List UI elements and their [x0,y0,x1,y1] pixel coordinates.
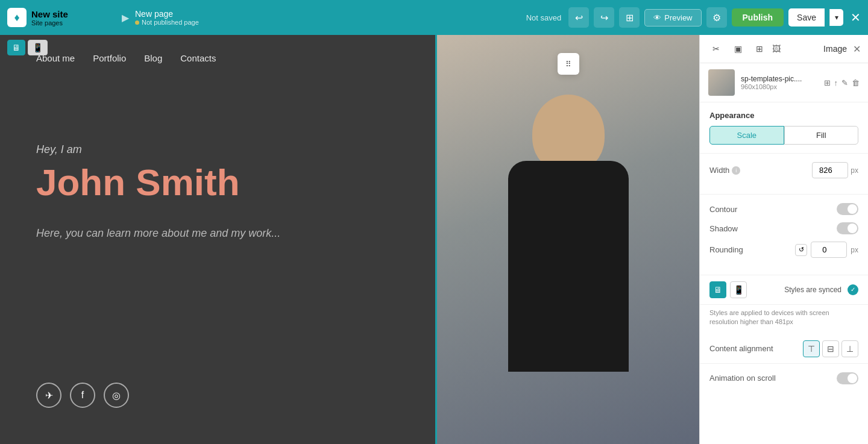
photo-area: ⠿ [437,35,699,444]
nav-portfolio[interactable]: Portfolio [93,53,126,63]
facebook-icon[interactable]: f [70,383,95,408]
panel-title: Image [823,44,847,54]
panel-tool-scissors[interactable]: ✂ [707,40,725,58]
device-sync-row: 🖥 📱 Styles are synced ✓ [700,275,868,305]
page-title: New page [135,9,199,19]
site-navigation: About me Portfolio Blog Contacts [36,53,216,63]
logo-area: ♦ New site Site pages [7,8,116,27]
rounding-input[interactable] [811,242,847,258]
header-actions: Not saved ↩ ↪ ⊞ 👁 Preview ⚙ Publish Save… [526,7,861,28]
page-canvas: About me Portfolio Blog Contacts Hey, I … [0,35,699,444]
history-button[interactable]: ⊞ [619,7,640,28]
canvas: 🖥 📱 About me Portfolio Blog Contacts Hey… [0,35,699,444]
rounding-unit: px [851,246,858,254]
status-dot [135,20,139,25]
width-info-icon: i [732,166,740,175]
image-file-row: sp-templates-pic.... 960x1080px ⊞ ↑ ✎ 🗑 [700,63,868,102]
image-info: sp-templates-pic.... 960x1080px [741,75,818,90]
synced-label: Styles are synced [784,286,841,294]
width-input[interactable] [812,162,848,178]
alignment-buttons: ⊤ ⊟ ⊥ [803,340,858,357]
left-content-panel: About me Portfolio Blog Contacts Hey, I … [0,35,437,444]
synced-badge: ✓ [848,284,858,295]
image-float-toolbar: ⠿ [558,53,579,75]
move-tool[interactable]: ⠿ [560,55,577,72]
preview-button[interactable]: 👁 Preview [644,9,701,27]
contour-section: Contour Shadow Rounding ↺ px [700,195,868,275]
telegram-icon[interactable]: ✈ [36,383,61,408]
undo-button[interactable]: ↩ [568,7,589,28]
image-edit-button[interactable]: ✎ [841,78,848,87]
mobile-device-button[interactable]: 📱 [28,40,48,55]
align-bottom-button[interactable]: ⊥ [841,340,858,357]
instagram-icon[interactable]: ◎ [104,383,129,408]
panel-toolbar: ✂ ▣ ⊞ 🖼 Image ✕ [700,35,868,63]
description-text: Here, you can learn more about me and my… [36,227,280,240]
main-area: 🖥 📱 About me Portfolio Blog Contacts Hey… [0,35,868,444]
site-info: New site Site pages [31,9,68,27]
image-copy-button[interactable]: ⊞ [824,78,831,87]
close-button[interactable]: ✕ [851,10,861,25]
width-label: Width i [709,166,812,175]
nav-contacts[interactable]: Contacts [180,53,216,63]
panel-close-button[interactable]: ✕ [853,43,861,55]
appearance-title: Appearance [709,111,858,120]
site-pages[interactable]: Site pages [31,19,68,27]
page-status: Not published page [135,19,199,26]
alignment-label: Content alignment [709,344,803,353]
image-filename: sp-templates-pic.... [741,75,818,83]
name-heading: John Smith [36,162,280,203]
person-figure [466,95,671,444]
width-unit: px [851,166,858,175]
nav-blog[interactable]: Blog [144,53,162,63]
hero-content: Hey, I am John Smith Here, you can learn… [36,143,280,240]
panel-tool-crop[interactable]: ⊞ [750,40,769,58]
appearance-section: Appearance Scale Fill [700,102,868,154]
save-dropdown-button[interactable]: ▾ [829,9,843,26]
panel-tool-layout[interactable]: ▣ [729,40,747,58]
hey-text: Hey, I am [36,143,280,156]
shadow-label: Shadow [709,224,837,233]
page-info: New page Not published page [135,9,199,26]
fill-button[interactable]: Fill [784,126,859,145]
image-upload-button[interactable]: ↑ [834,78,838,87]
align-top-button[interactable]: ⊤ [803,340,820,357]
mobile-icon-button[interactable]: 📱 [730,281,747,298]
animation-row: Animation on scroll [700,364,868,393]
contour-toggle[interactable] [837,203,858,215]
logo-icon: ♦ [7,8,27,27]
device-toolbar: 🖥 📱 [7,40,48,55]
width-row: Width i px [709,162,858,178]
content-alignment-row: Content alignment ⊤ ⊟ ⊥ [700,334,868,364]
panel-icon-img: 🖼 [772,44,781,54]
contour-label: Contour [709,205,837,214]
image-actions: ⊞ ↑ ✎ 🗑 [824,78,860,87]
rounding-reset-button[interactable]: ↺ [795,244,807,256]
shadow-row: Shadow [709,222,858,234]
image-delete-button[interactable]: 🗑 [852,78,860,87]
person-body [508,161,629,372]
settings-button[interactable]: ⚙ [706,7,727,28]
width-section: Width i px [700,154,868,195]
right-panel: ✂ ▣ ⊞ 🖼 Image ✕ sp-templates-pic.... 960… [699,35,868,444]
animation-label: Animation on scroll [709,374,837,383]
publish-button[interactable]: Publish [732,8,784,27]
eye-icon: 👁 [653,13,661,22]
synced-note: Styles are applied to devices with scree… [700,305,868,334]
not-saved-label: Not saved [526,13,562,22]
rounding-controls: ↺ px [795,242,858,258]
appearance-buttons: Scale Fill [709,126,858,145]
align-middle-button[interactable]: ⊟ [822,340,839,357]
redo-button[interactable]: ↪ [594,7,614,28]
animation-toggle[interactable] [837,372,858,384]
desktop-icon-button[interactable]: 🖥 [709,281,726,298]
breadcrumb-arrow: ▶ [116,12,135,23]
image-dimensions: 960x1080px [741,83,818,90]
save-button[interactable]: Save [788,8,825,27]
social-icons-row: ✈ f ◎ [36,383,129,408]
shadow-toggle[interactable] [837,222,858,234]
scale-button[interactable]: Scale [709,126,784,145]
image-thumbnail [708,69,735,96]
rounding-label: Rounding [709,245,795,254]
desktop-device-button[interactable]: 🖥 [7,40,25,55]
